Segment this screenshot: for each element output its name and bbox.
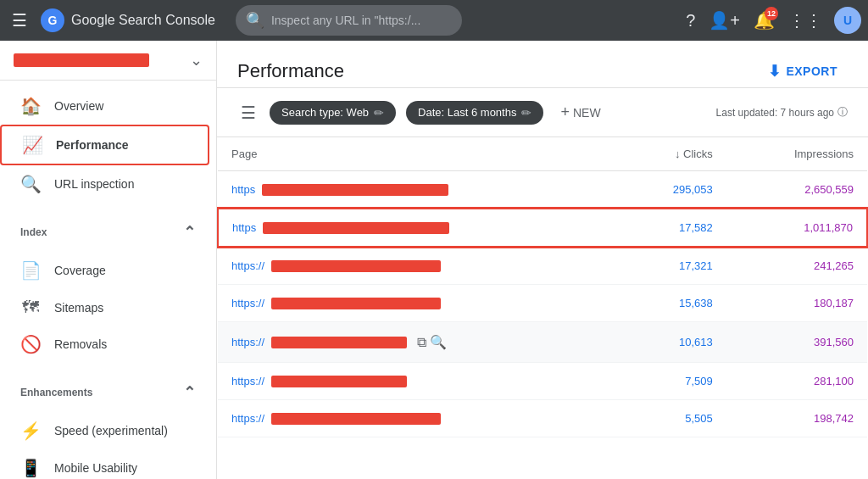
col-impressions[interactable]: Impressions [726, 137, 867, 171]
sidebar-item-label: Removals [54, 337, 107, 351]
page-cell: https [218, 171, 617, 209]
performance-icon: 📈 [22, 135, 42, 155]
svg-text:G: G [48, 14, 58, 27]
sidebar-item-speed[interactable]: ⚡ Speed (experimental) [0, 412, 209, 449]
property-chevron-icon: ⌄ [190, 51, 203, 70]
topbar-actions: ? 👤+ 🔔 12 ⋮⋮ U [681, 5, 861, 36]
sitemaps-icon: 🗺 [20, 298, 41, 317]
col-clicks[interactable]: ↓ Clicks [617, 137, 726, 171]
url-prefix[interactable]: https:// [231, 375, 264, 387]
sidebar: ⌄ 🏠 Overview 📈 Performance 🔍 URL inspect… [0, 41, 217, 479]
property-redacted [14, 53, 149, 67]
gsc-logo-icon: G [39, 7, 66, 34]
impressions-value: 180,187 [814, 297, 854, 309]
url-prefix[interactable]: https [231, 183, 255, 196]
table-row[interactable]: https17,5821,011,870 [218, 209, 867, 247]
url-prefix[interactable]: https:// [231, 297, 264, 309]
table-row[interactable]: https://17,321241,265 [218, 247, 867, 285]
url-prefix[interactable]: https:// [231, 412, 264, 425]
clicks-value: 17,321 [679, 259, 713, 272]
impressions-cell: 281,100 [726, 363, 867, 400]
coverage-icon: 📄 [20, 260, 41, 281]
notifications-icon[interactable]: 🔔 12 [748, 5, 780, 36]
clicks-value: 7,509 [685, 375, 713, 387]
new-label: NEW [573, 106, 601, 120]
plus-icon: + [560, 103, 570, 121]
impressions-cell: 198,742 [726, 400, 867, 437]
sidebar-item-performance[interactable]: 📈 Performance [0, 125, 209, 165]
url-search-bar[interactable]: 🔍 [236, 5, 462, 36]
topbar: ☰ G Google Search Console 🔍 ? 👤+ 🔔 12 ⋮⋮… [0, 0, 868, 41]
index-section-label: Index [20, 226, 47, 238]
url-redacted [271, 337, 407, 348]
home-icon: 🏠 [20, 96, 41, 116]
url-prefix[interactable]: https [232, 221, 256, 234]
impressions-cell: 391,560 [726, 322, 867, 363]
date-label: Date: Last 6 months [418, 106, 516, 119]
sidebar-item-label: Speed (experimental) [54, 424, 168, 437]
sidebar-item-coverage[interactable]: 📄 Coverage [0, 252, 209, 289]
export-icon: ⬇ [768, 62, 782, 81]
index-chevron-icon[interactable]: ⌃ [183, 223, 196, 242]
menu-icon[interactable]: ☰ [7, 5, 32, 36]
url-prefix[interactable]: https:// [231, 336, 264, 348]
export-button[interactable]: ⬇ EXPORT [758, 55, 848, 87]
enhancements-chevron-icon[interactable]: ⌃ [183, 383, 196, 402]
notif-badge: 12 [765, 7, 778, 20]
date-filter[interactable]: Date: Last 6 months ✏ [406, 101, 543, 125]
sidebar-item-mobile-usability[interactable]: 📱 Mobile Usability [0, 449, 209, 479]
enhancements-section-label: Enhancements [20, 387, 92, 398]
export-label: EXPORT [786, 64, 837, 78]
impressions-cell: 1,011,870 [726, 209, 867, 247]
table-row[interactable]: https://⧉🔍10,613391,560 [218, 322, 867, 363]
sidebar-item-sitemaps[interactable]: 🗺 Sitemaps [0, 289, 209, 326]
table-row[interactable]: https://5,505198,742 [218, 400, 867, 437]
sidebar-item-url-inspection[interactable]: 🔍 URL inspection [0, 165, 209, 203]
url-search-input[interactable] [271, 14, 452, 27]
table-row[interactable]: https://7,509281,100 [218, 363, 867, 400]
clicks-cell: 10,613 [617, 322, 726, 363]
clicks-cell: 5,505 [617, 400, 726, 437]
url-redacted [271, 298, 441, 309]
clicks-cell: 295,053 [617, 171, 726, 209]
inspect-url-icon[interactable]: 🔍 [430, 334, 447, 350]
table-row[interactable]: https295,0532,650,559 [218, 171, 867, 209]
impressions-value: 1,011,870 [804, 221, 853, 234]
last-updated: Last updated: 7 hours ago ⓘ [716, 105, 848, 120]
external-link-icon[interactable]: ⧉ [417, 335, 426, 350]
impressions-cell: 2,650,559 [726, 171, 867, 209]
sidebar-item-overview[interactable]: 🏠 Overview [0, 87, 209, 125]
content-header: Performance ⬇ EXPORT [217, 41, 868, 88]
pages-table: Page ↓ Clicks Impressions https295,0532,… [217, 137, 868, 437]
speed-icon: ⚡ [20, 421, 41, 441]
sidebar-item-label: URL inspection [54, 177, 134, 191]
mobile-icon: 📱 [20, 458, 41, 478]
sidebar-nav: 🏠 Overview 📈 Performance 🔍 URL inspectio… [0, 81, 216, 209]
clicks-cell: 17,321 [617, 247, 726, 285]
sidebar-item-removals[interactable]: 🚫 Removals [0, 326, 209, 363]
help-circle-icon[interactable]: ⓘ [837, 105, 848, 120]
new-filter-button[interactable]: + NEW [554, 98, 607, 126]
url-redacted [262, 184, 448, 196]
help-icon[interactable]: ? [681, 6, 700, 36]
sidebar-item-label: Mobile Usability [54, 461, 137, 475]
impressions-value: 391,560 [814, 336, 854, 348]
filter-icon[interactable]: ☰ [237, 99, 259, 126]
url-redacted [271, 376, 407, 387]
avatar[interactable]: U [834, 7, 861, 34]
url-prefix[interactable]: https:// [231, 259, 264, 272]
last-updated-text: Last updated: 7 hours ago [716, 107, 834, 119]
page-cell: https [218, 209, 617, 247]
edit-icon: ✏ [521, 106, 531, 120]
search-type-filter[interactable]: Search type: Web ✏ [270, 101, 396, 125]
url-redacted [271, 260, 441, 272]
impressions-value: 2,650,559 [804, 183, 854, 196]
logo-text: Google Search Console [71, 13, 215, 28]
impressions-value: 281,100 [814, 375, 854, 387]
clicks-value: 10,613 [679, 336, 713, 348]
table-row[interactable]: https://15,638180,187 [218, 285, 867, 322]
apps-icon[interactable]: ⋮⋮ [783, 5, 827, 36]
account-management-icon[interactable]: 👤+ [704, 5, 745, 36]
property-selector[interactable]: ⌄ [0, 41, 216, 81]
impressions-cell: 180,187 [726, 285, 867, 322]
